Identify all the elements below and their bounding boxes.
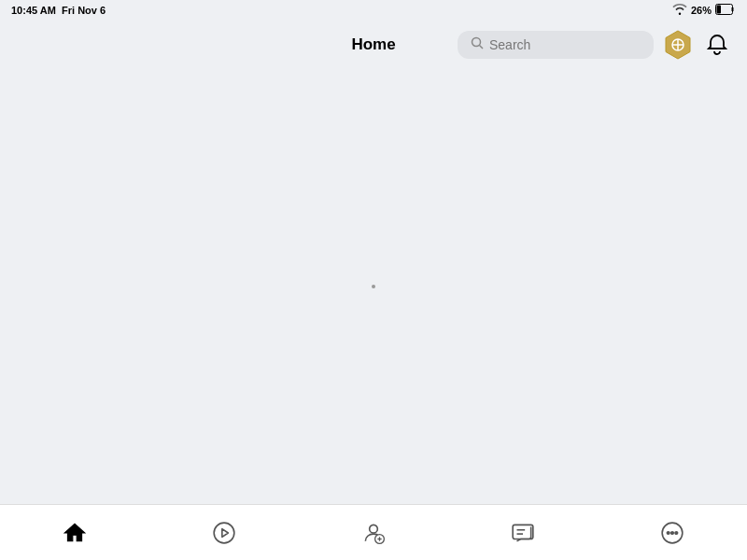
svg-point-21 [675,531,678,534]
tab-more[interactable] [644,510,700,556]
svg-point-20 [671,531,674,534]
search-input[interactable] [489,37,641,52]
header: Home [0,21,747,69]
status-left: 10:45 AM Fri Nov 6 [11,5,106,16]
search-bar[interactable] [458,31,654,59]
tab-bar [0,504,747,560]
tab-messages[interactable] [495,510,551,556]
badge-button[interactable] [661,28,695,62]
svg-point-9 [214,523,234,543]
battery-percent: 26% [691,5,712,16]
svg-point-19 [667,531,669,534]
loading-dot [372,285,375,288]
main-content [0,69,747,504]
svg-point-11 [370,525,378,533]
status-time: 10:45 AM [11,5,56,16]
status-right: 26% [672,4,736,17]
header-actions [458,28,732,62]
svg-point-3 [472,38,481,47]
svg-line-4 [480,46,484,49]
svg-marker-10 [222,528,229,537]
svg-rect-15 [513,525,533,539]
status-date: Fri Nov 6 [62,5,106,16]
notification-button[interactable] [702,30,732,60]
page-title: Home [351,35,395,54]
svg-rect-2 [717,6,722,14]
search-icon [471,36,484,53]
tab-play[interactable] [196,510,252,556]
tab-home[interactable] [47,510,103,556]
tab-profile[interactable] [345,510,402,556]
wifi-icon [672,4,687,17]
battery-icon [715,4,736,17]
status-bar: 10:45 AM Fri Nov 6 26% [0,0,747,21]
